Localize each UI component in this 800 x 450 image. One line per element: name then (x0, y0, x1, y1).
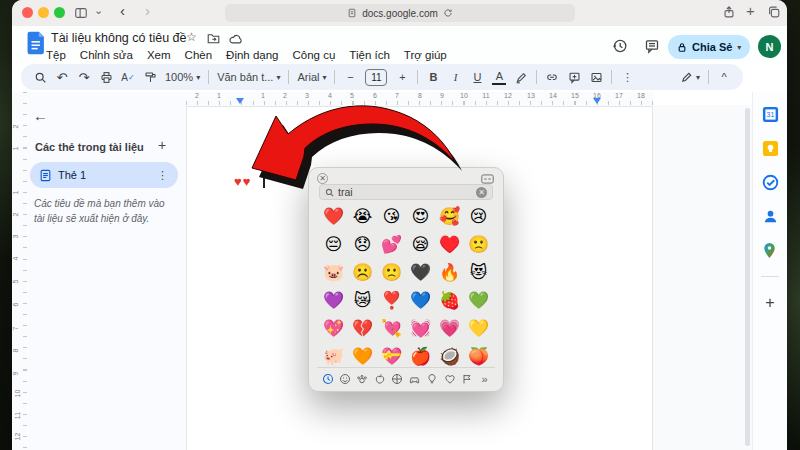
menu-item-5[interactable]: Công cụ (293, 49, 336, 61)
undo-icon[interactable]: ↶ (55, 68, 69, 86)
share-export-icon[interactable] (722, 5, 736, 19)
text-color-button[interactable]: A (492, 70, 506, 85)
traffic-close-button[interactable] (22, 7, 33, 18)
emoji-cell-12[interactable]: 🐷 (319, 258, 348, 286)
font-select[interactable]: Arial▾ (297, 71, 326, 83)
emoji-category-smileys-icon[interactable] (338, 372, 351, 385)
comments-icon[interactable] (644, 38, 660, 54)
google-maps-icon[interactable] (762, 242, 779, 259)
emoji-category-symbols-icon[interactable] (443, 372, 456, 385)
refresh-icon[interactable] (443, 8, 453, 18)
emoji-cell-34[interactable]: 🥥 (435, 342, 464, 367)
menu-item-7[interactable]: Trợ giúp (404, 49, 447, 61)
star-icon[interactable]: ☆ (186, 30, 197, 44)
paint-format-icon[interactable] (143, 68, 157, 86)
tab-overview-icon[interactable] (767, 5, 781, 19)
google-keep-icon[interactable] (762, 140, 779, 157)
insert-link-icon[interactable] (545, 68, 559, 86)
chevron-down-icon[interactable]: ⌄ (94, 4, 103, 17)
emoji-cell-30[interactable]: 🐖 (319, 342, 348, 367)
underline-button[interactable]: U (470, 68, 484, 86)
spelling-check-icon[interactable]: A✓ (121, 68, 135, 86)
tab-more-menu[interactable]: ⋮ (157, 169, 168, 182)
emoji-cell-10[interactable]: ♥️ (435, 230, 464, 258)
emoji-cell-3[interactable]: 😍 (406, 202, 435, 230)
font-size-field[interactable]: 11 (365, 69, 387, 86)
emoji-cell-7[interactable]: 😞 (348, 230, 377, 258)
share-button[interactable]: Chia Sẻ ▾ (668, 35, 750, 59)
zoom-select[interactable]: 100%▾ (165, 71, 200, 83)
account-avatar[interactable]: N (758, 35, 781, 58)
google-contacts-icon[interactable] (762, 208, 779, 225)
print-icon[interactable] (99, 68, 113, 86)
italic-button[interactable]: I (448, 68, 462, 86)
menu-item-6[interactable]: Tiện ích (349, 49, 389, 61)
emoji-category-animals-icon[interactable] (356, 372, 369, 385)
emoji-category-recent-icon[interactable] (321, 372, 334, 385)
menu-item-4[interactable]: Định dạng (226, 49, 278, 61)
new-tab-button[interactable]: + (746, 2, 755, 19)
emoji-cell-27[interactable]: 💓 (406, 314, 435, 342)
address-bar[interactable]: docs.google.com (225, 4, 575, 22)
emoji-cell-24[interactable]: 💖 (319, 314, 348, 342)
emoji-cell-26[interactable]: 💘 (377, 314, 406, 342)
emoji-cell-32[interactable]: 💝 (377, 342, 406, 367)
emoji-cell-33[interactable]: 🍎 (406, 342, 435, 367)
horizontal-ruler[interactable]: 21123456789101112131415161718 (186, 92, 653, 105)
emoji-cell-6[interactable]: 😔 (319, 230, 348, 258)
close-sidebar-back-arrow[interactable]: ← (33, 107, 48, 124)
share-dropdown-chevron[interactable]: ▾ (737, 43, 741, 52)
back-button[interactable]: ‹ (120, 2, 125, 19)
insert-image-icon[interactable] (589, 68, 603, 86)
emoji-cell-11[interactable]: 🙁 (464, 230, 493, 258)
emoji-cell-21[interactable]: 💙 (406, 286, 435, 314)
emoji-cell-29[interactable]: 💛 (464, 314, 493, 342)
move-folder-icon[interactable] (207, 33, 220, 44)
menu-item-1[interactable]: Chỉnh sửa (80, 49, 133, 61)
emoji-category-objects-icon[interactable] (426, 372, 439, 385)
expand-picker-icon[interactable] (481, 174, 494, 184)
add-comment-icon[interactable] (567, 68, 581, 86)
google-calendar-icon[interactable]: 31 (762, 106, 779, 123)
google-tasks-icon[interactable] (762, 174, 779, 191)
search-menus-icon[interactable] (33, 68, 47, 86)
highlight-color-icon[interactable] (514, 68, 528, 86)
document-title[interactable]: Tài liệu không có tiêu đề (51, 31, 187, 45)
emoji-cell-16[interactable]: 🔥 (435, 258, 464, 286)
clear-search-icon[interactable]: ✕ (476, 187, 487, 198)
emoji-cell-20[interactable]: ❣️ (377, 286, 406, 314)
redo-icon[interactable]: ↷ (77, 68, 91, 86)
emoji-categories-more-icon[interactable]: » (478, 372, 491, 385)
menu-item-2[interactable]: Xem (147, 49, 171, 61)
traffic-zoom-button[interactable] (54, 7, 65, 18)
paragraph-style-select[interactable]: Văn bản t...▾ (217, 71, 280, 83)
emoji-cell-9[interactable]: 😪 (406, 230, 435, 258)
emoji-cell-28[interactable]: 💗 (435, 314, 464, 342)
collapse-toolbar-button[interactable]: ^ (717, 68, 731, 86)
emoji-cell-15[interactable]: 🖤 (406, 258, 435, 286)
emoji-cell-31[interactable]: 🧡 (348, 342, 377, 367)
emoji-cell-13[interactable]: ☹️ (348, 258, 377, 286)
increase-font-size-button[interactable]: + (395, 68, 409, 86)
vertical-ruler[interactable]: 21123456789101112 (12, 92, 28, 450)
forward-button[interactable]: › (145, 2, 150, 19)
emoji-cell-22[interactable]: 🍓 (435, 286, 464, 314)
close-icon[interactable]: ✕ (317, 173, 328, 184)
emoji-category-activity-icon[interactable] (391, 372, 404, 385)
emoji-cell-2[interactable]: 😘 (377, 202, 406, 230)
menu-item-3[interactable]: Chèn (185, 49, 213, 61)
emoji-cell-0[interactable]: ❤️ (319, 202, 348, 230)
left-indent-marker[interactable] (236, 98, 244, 104)
decrease-font-size-button[interactable]: − (343, 68, 357, 86)
emoji-cell-19[interactable]: 😿 (348, 286, 377, 314)
emoji-cell-1[interactable]: 😭 (348, 202, 377, 230)
emoji-cell-4[interactable]: 🥰 (435, 202, 464, 230)
add-tab-button[interactable]: + (158, 137, 166, 153)
emoji-cell-14[interactable]: 🙁 (377, 258, 406, 286)
show-side-panel-add-button[interactable]: + (765, 294, 774, 312)
vertical-scrollbar[interactable] (745, 108, 750, 446)
cloud-status-icon[interactable] (229, 34, 243, 44)
emoji-cell-17[interactable]: 😻 (464, 258, 493, 286)
menu-item-0[interactable]: Tệp (46, 49, 66, 61)
emoji-cell-5[interactable]: 😢 (464, 202, 493, 230)
